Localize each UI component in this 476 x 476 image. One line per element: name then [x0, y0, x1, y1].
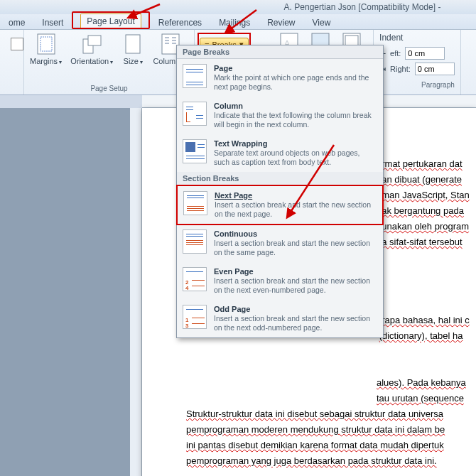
tab-view[interactable]: View [304, 16, 340, 29]
indent-left-label: eft: [390, 49, 401, 58]
dd-evenpage-desc: Insert a section break and start the new… [214, 276, 377, 295]
indent-right-label: Right: [390, 65, 411, 73]
dd-evenpage-title: Even Page [214, 267, 377, 276]
dd-textwrap-title: Text Wrapping [214, 139, 377, 148]
size-icon [121, 33, 144, 55]
dd-column-title: Column [214, 102, 377, 110]
orientation-icon [80, 33, 103, 55]
indent-right-input[interactable] [415, 63, 455, 75]
text-wrapping-icon [183, 139, 207, 163]
tab-references[interactable]: References [150, 16, 210, 29]
dd-page-title: Page [214, 64, 377, 72]
tab-insert[interactable]: Insert [33, 16, 72, 29]
dd-nextpage-desc: Insert a section break and start the new… [215, 200, 377, 219]
dd-column[interactable]: ColumnIndicate that the text following t… [177, 97, 383, 134]
indent-title: Indent [379, 33, 455, 43]
dd-oddpage-desc: Insert a section break and start the new… [214, 314, 377, 332]
dd-page[interactable]: PageMark the point at which one page end… [177, 59, 383, 97]
next-page-icon [183, 191, 207, 215]
group-paragraph-label: Paragraph [379, 80, 455, 91]
highlight-page-layout: Page Layout [72, 11, 149, 29]
margins-label: Margins [30, 57, 62, 67]
tab-home[interactable]: ome [0, 16, 33, 29]
margins-button[interactable]: Margins [27, 31, 65, 68]
dd-continuous-desc: Insert a section break and start the new… [214, 239, 377, 257]
tab-mailings[interactable]: Mailings [210, 16, 259, 29]
dd-even-page[interactable]: 24 Even PageInsert a section break and s… [177, 262, 383, 300]
ribbon-tabs: ome Insert Page Layout References Mailin… [0, 14, 476, 30]
svg-rect-4 [126, 35, 140, 53]
dd-text-wrapping[interactable]: Text WrappingSeparate text around object… [177, 134, 383, 172]
size-button[interactable]: Size [119, 31, 147, 68]
even-page-icon: 24 [183, 267, 207, 291]
odd-page-icon: 13 [183, 305, 207, 329]
tab-review[interactable]: Review [259, 16, 303, 29]
dd-continuous-title: Continuous [214, 229, 377, 238]
section-breaks-header: Section Breaks [177, 172, 383, 185]
size-label: Size [124, 57, 144, 67]
orientation-button[interactable]: Orientation [67, 31, 116, 68]
group-themes [0, 30, 24, 94]
dd-odd-page[interactable]: 13 Odd PageInsert a section break and st… [177, 300, 383, 337]
breaks-dropdown: Page Breaks PageMark the point at which … [176, 45, 384, 338]
margins-icon [35, 33, 58, 55]
dd-nextpage-title: Next Page [215, 191, 377, 200]
dd-next-page[interactable]: Next PageInsert a section break and star… [176, 185, 384, 225]
page-break-icon [183, 64, 207, 88]
vertical-ruler [130, 108, 142, 476]
dd-continuous[interactable]: ContinuousInsert a section break and sta… [177, 225, 383, 262]
page-breaks-header: Page Breaks [177, 45, 383, 59]
group-page-setup: Margins Orientation Size Columns Page Se… [24, 30, 195, 94]
continuous-icon [183, 229, 207, 254]
indent-left-input[interactable] [405, 47, 445, 60]
group-paragraph: Indent ⇤ eft: ⇥ Right: Paragraph [374, 30, 461, 94]
dd-page-desc: Mark the point at which one page ends an… [214, 73, 377, 92]
svg-rect-3 [88, 36, 101, 45]
dd-textwrap-desc: Separate text around objects on web page… [214, 148, 377, 167]
dd-column-desc: Indicate that the text following the col… [214, 111, 377, 129]
column-break-icon [183, 102, 207, 126]
tab-page-layout[interactable]: Page Layout [80, 13, 141, 28]
group-page-setup-label: Page Setup [27, 83, 191, 94]
orientation-label: Orientation [70, 57, 113, 67]
group-themes-label [3, 83, 21, 94]
dd-oddpage-title: Odd Page [214, 305, 377, 313]
